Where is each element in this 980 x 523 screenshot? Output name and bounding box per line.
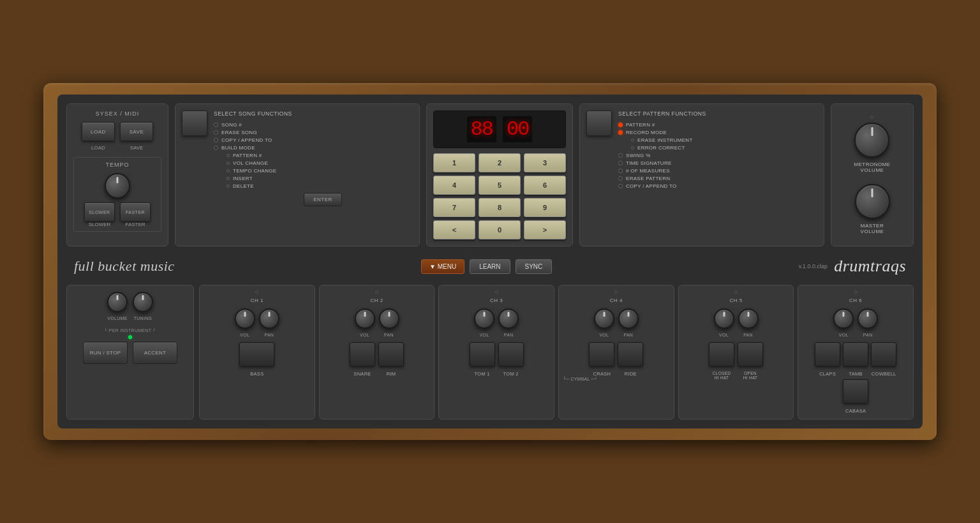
ch4-vol-knob[interactable] [594,308,614,329]
pattern-dot-7 [618,176,623,181]
pattern-func-text-7: ERASE PATTERN [626,176,670,181]
numpad-5[interactable]: 5 [479,176,521,195]
tom1-pad[interactable] [470,342,495,367]
volume-knob[interactable] [107,292,128,312]
accent-button[interactable]: ACCENT [133,342,177,364]
tuning-knob[interactable] [133,292,153,312]
ch5-pan-label: PAN [738,333,759,337]
channel-1: CH 1 VOL PAN BA [199,285,315,420]
master-volume-knob[interactable] [855,184,890,219]
song-func-item-7: INSERT [214,176,413,181]
ch4-pan-knob[interactable] [618,308,639,329]
display-left: 88 [467,116,496,142]
controls-top: VOLUME TUNING [73,292,187,321]
pattern-select-button[interactable] [586,110,612,136]
numpad-0[interactable]: 0 [479,220,521,239]
closed-hihat-pad[interactable] [709,342,734,367]
ch5-pan-knob[interactable] [738,308,759,329]
pattern-func-item-5: TIME SIGNATURE [618,160,817,166]
ch6-vol-knob[interactable] [833,308,854,329]
pattern-func-text-3: ERROR CORRECT [637,145,685,151]
tamb-pad[interactable] [843,342,868,367]
tamb-pad-section: TAMB [843,342,868,377]
ch2-vol-knob[interactable] [355,308,375,329]
ch3-pan-knob[interactable] [498,308,519,329]
pattern-func-item-6: # OF MEASURES [618,168,817,174]
ch3-vol-knob[interactable] [474,308,494,329]
song-func-text-7: INSERT [233,176,253,181]
song-func-item-6: TEMPO CHANGE [214,168,413,174]
snare-pad[interactable] [350,342,375,367]
ch2-vol-section: VOL [355,308,375,337]
numpad-3[interactable]: 3 [524,153,566,172]
ch2-pan-label: PAN [379,333,399,337]
slower-button[interactable]: SLOWER [84,202,115,222]
cymbal-bracket: └─ CYMBAL ─┘ [563,377,670,381]
ch1-vol-knob[interactable] [235,308,255,329]
bass-label: BASS [239,371,274,377]
numpad-6[interactable]: 6 [524,176,566,195]
song-dot-2 [214,138,218,142]
save-label: SAVE [120,145,153,151]
numpad-7[interactable]: 7 [433,198,475,217]
rim-pad[interactable] [378,342,404,367]
numpad-4[interactable]: 4 [433,176,475,195]
pattern-dot-6 [618,169,623,173]
menu-button[interactable]: ▼ MENU [421,259,464,274]
numpad-9[interactable]: 9 [524,198,566,217]
machine-outer: SYSEX / MIDI LOAD SAVE LOAD SAVE TEMPO [43,83,937,440]
learn-button[interactable]: LEARN [470,259,510,274]
sync-button[interactable]: SYNC [516,259,553,274]
ch3-pan-label: PAN [498,333,519,337]
metronome-label: METRONOME VOLUME [854,162,890,173]
display-panel: 88 00 1 2 3 4 5 6 7 8 9 < 0 > [426,103,573,246]
numpad-2[interactable]: 2 [479,153,521,172]
run-stop-button[interactable]: RUN / STOP [83,342,128,364]
claps-label: CLAPS [815,371,840,377]
song-func-item-0: SONG # [214,122,413,128]
ch5-header: CH 5 [683,298,790,303]
faster-button[interactable]: FASTER [120,202,151,222]
open-hihat-pad[interactable] [738,342,763,367]
song-select-button[interactable] [182,110,207,136]
tempo-knob[interactable] [105,173,130,199]
ch2-pan-knob[interactable] [379,308,399,329]
ch3-buttons: TOM 1 TOM 2 [443,342,550,377]
branding-section: full bucket music ▼ MENU LEARN SYNC v.1.… [66,253,914,280]
song-func-text-3: BUILD MODE [221,145,255,151]
ch2-header: CH 2 [323,298,431,303]
save-button[interactable]: SAVE [120,122,153,141]
sysex-title: SYSEX / MIDI [73,110,161,117]
load-button[interactable]: LOAD [82,122,115,141]
crash-pad[interactable] [589,342,614,367]
claps-pad[interactable] [815,342,840,367]
pattern-dot-2 [631,139,634,142]
cabasa-pad[interactable] [843,379,868,404]
ch4-vol-section: VOL [594,308,614,337]
tom2-pad[interactable] [498,342,524,367]
ride-pad[interactable] [618,342,643,367]
tuning-label: TUNING [133,316,153,321]
cowbell-pad[interactable] [871,342,896,367]
tom1-pad-section: TOM 1 [470,342,495,377]
numpad-next[interactable]: > [524,220,566,239]
ch1-dot [255,291,258,294]
accent-section: ACCENT [133,342,177,364]
ch5-vol-knob[interactable] [714,308,734,329]
song-dot-8 [226,185,230,188]
song-dot-6 [226,169,230,172]
tempo-title: TEMPO [78,162,157,168]
pattern-func-item-7: ERASE PATTERN [618,176,817,181]
ch6-pan-knob[interactable] [858,308,878,329]
ch1-pan-knob[interactable] [259,308,279,329]
metronome-knob[interactable] [854,123,889,158]
numpad-prev[interactable]: < [433,220,475,239]
bass-pad[interactable] [239,342,274,367]
ch2-knobs: VOL PAN [323,308,431,337]
volume-label: VOLUME [107,316,128,321]
enter-button[interactable]: ENTER [304,193,342,206]
faster-label: FASTER [120,222,151,227]
numpad-8[interactable]: 8 [479,198,521,217]
numpad-1[interactable]: 1 [433,153,475,172]
ch6-knobs: VOL PAN [802,308,909,337]
